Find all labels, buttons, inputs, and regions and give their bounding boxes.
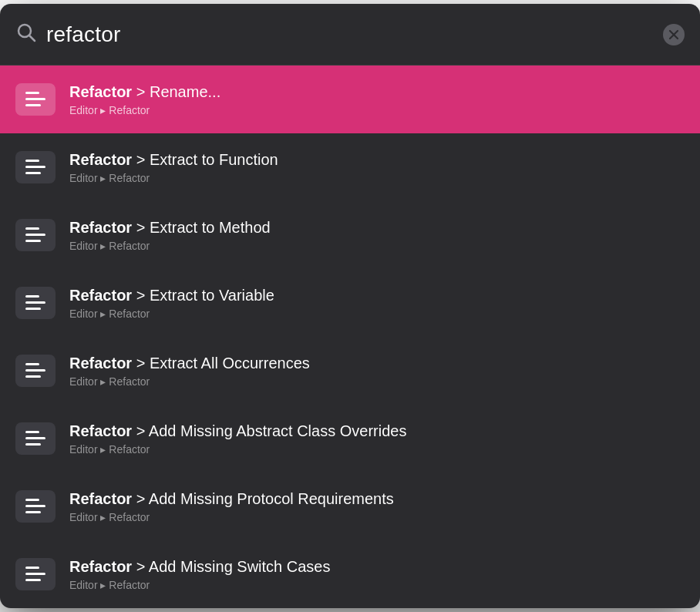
result-subtitle-7: Editor ▸ Refactor bbox=[69, 579, 330, 591]
result-icon-1 bbox=[15, 151, 56, 183]
menu-icon bbox=[24, 294, 47, 312]
result-subtitle-6: Editor ▸ Refactor bbox=[69, 511, 394, 523]
result-title-5: Refactor > Add Missing Abstract Class Ov… bbox=[69, 422, 406, 440]
result-item-2[interactable]: Refactor > Extract to MethodEditor ▸ Ref… bbox=[0, 201, 700, 269]
menu-icon bbox=[24, 429, 47, 448]
search-input[interactable] bbox=[46, 22, 654, 47]
result-icon-2 bbox=[15, 219, 56, 251]
result-subtitle-5: Editor ▸ Refactor bbox=[69, 443, 406, 456]
svg-point-0 bbox=[19, 25, 31, 37]
result-title-6: Refactor > Add Missing Protocol Requirem… bbox=[69, 489, 394, 508]
svg-line-1 bbox=[30, 36, 35, 42]
result-item-7[interactable]: Refactor > Add Missing Switch CasesEdito… bbox=[0, 540, 700, 608]
result-subtitle-0: Editor ▸ Refactor bbox=[69, 104, 220, 116]
result-title-0: Refactor > Rename... bbox=[69, 82, 220, 101]
result-subtitle-2: Editor ▸ Refactor bbox=[69, 240, 271, 252]
result-title-3: Refactor > Extract to Variable bbox=[69, 286, 274, 304]
clear-button[interactable] bbox=[663, 24, 685, 45]
result-subtitle-4: Editor ▸ Refactor bbox=[69, 375, 310, 388]
menu-icon bbox=[24, 226, 47, 244]
result-icon-3 bbox=[15, 287, 56, 319]
result-item-0[interactable]: Refactor > Rename...Editor ▸ Refactor bbox=[0, 66, 700, 133]
result-icon-4 bbox=[15, 355, 56, 387]
result-item-1[interactable]: Refactor > Extract to FunctionEditor ▸ R… bbox=[0, 133, 700, 201]
menu-icon bbox=[24, 497, 47, 516]
result-title-4: Refactor > Extract All Occurrences bbox=[69, 354, 310, 372]
result-item-3[interactable]: Refactor > Extract to VariableEditor ▸ R… bbox=[0, 269, 700, 337]
result-title-2: Refactor > Extract to Method bbox=[69, 218, 271, 237]
result-item-5[interactable]: Refactor > Add Missing Abstract Class Ov… bbox=[0, 405, 700, 472]
result-title-1: Refactor > Extract to Function bbox=[69, 150, 278, 169]
search-bar bbox=[0, 4, 700, 66]
spotlight-window: Refactor > Rename...Editor ▸ Refactor Re… bbox=[0, 4, 700, 608]
result-subtitle-3: Editor ▸ Refactor bbox=[69, 308, 274, 320]
result-icon-7 bbox=[15, 558, 56, 590]
result-item-6[interactable]: Refactor > Add Missing Protocol Requirem… bbox=[0, 472, 700, 540]
menu-icon bbox=[24, 565, 47, 583]
result-title-7: Refactor > Add Missing Switch Cases bbox=[69, 557, 330, 576]
menu-icon bbox=[24, 361, 47, 380]
menu-icon bbox=[24, 158, 47, 177]
results-list: Refactor > Rename...Editor ▸ Refactor Re… bbox=[0, 66, 700, 608]
result-item-4[interactable]: Refactor > Extract All OccurrencesEditor… bbox=[0, 337, 700, 405]
result-icon-0 bbox=[15, 83, 56, 116]
search-icon bbox=[15, 22, 37, 47]
result-subtitle-1: Editor ▸ Refactor bbox=[69, 172, 278, 184]
menu-icon bbox=[24, 90, 47, 109]
result-icon-5 bbox=[15, 422, 56, 455]
result-icon-6 bbox=[15, 490, 56, 523]
